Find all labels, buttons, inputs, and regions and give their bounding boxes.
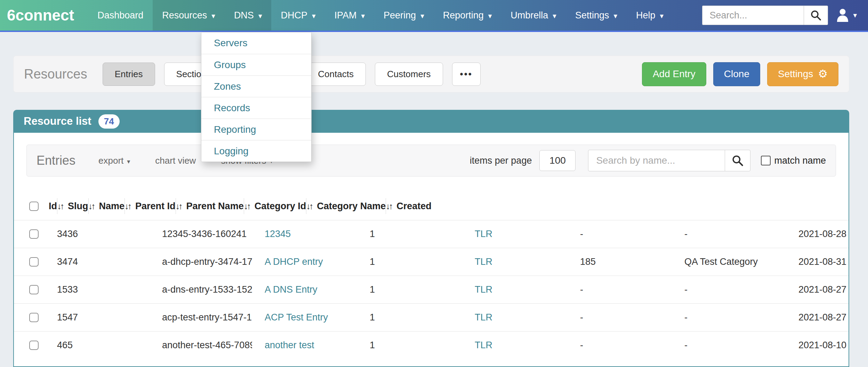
sort-icon[interactable] xyxy=(244,201,250,211)
row-checkbox[interactable] xyxy=(29,285,39,294)
sort-icon[interactable] xyxy=(57,201,63,211)
column-header[interactable]: Parent Id xyxy=(124,192,176,220)
parent-name-link[interactable]: TLR xyxy=(475,340,492,351)
row-select-cell xyxy=(14,248,49,276)
match-name-control: match name xyxy=(761,155,826,166)
cell-slug: acp-test-entry-1547-1... xyxy=(150,304,252,331)
cell-category-name: - xyxy=(672,332,786,359)
cell-name: ACP Test Entry xyxy=(252,304,357,331)
nav-item-label: Peering xyxy=(384,10,416,21)
nav-item[interactable]: Umbrella xyxy=(501,0,566,31)
nav-item[interactable]: DHCP xyxy=(271,0,325,31)
parent-name-link[interactable]: TLR xyxy=(475,256,492,267)
entry-name-link[interactable]: another test xyxy=(265,340,314,351)
dns-menu-item[interactable]: Records xyxy=(201,97,311,119)
row-checkbox[interactable] xyxy=(29,313,39,322)
nav-item[interactable]: IPAM xyxy=(325,0,375,31)
match-name-checkbox[interactable] xyxy=(761,156,771,165)
entries-toolbar: Entries export chart view show filters +… xyxy=(26,145,836,177)
panel-title: Resource list xyxy=(24,115,91,128)
entry-name-link[interactable]: A DHCP entry xyxy=(265,256,323,267)
column-header[interactable]: Parent Name xyxy=(176,192,244,220)
sort-icon[interactable] xyxy=(176,201,182,211)
column-header[interactable]: Name xyxy=(88,192,125,220)
nav-item[interactable]: DNS xyxy=(225,0,272,31)
resources-tab[interactable]: Contacts xyxy=(306,63,366,86)
sort-icon[interactable] xyxy=(386,201,392,211)
cell-category-id: - xyxy=(568,304,672,331)
nav-item[interactable]: Dashboard xyxy=(88,0,153,31)
parent-name-link[interactable]: TLR xyxy=(475,229,492,239)
resources-tab[interactable]: Entries xyxy=(103,63,155,86)
dns-menu-item[interactable]: Logging xyxy=(201,140,311,162)
table-row: 3474 a-dhcp-entry-3474-17... A DHCP entr… xyxy=(14,248,849,276)
dns-menu-item[interactable]: Servers xyxy=(201,32,311,54)
user-icon xyxy=(836,8,849,22)
column-header-label: Id xyxy=(49,201,57,212)
dns-menu-item-label: Groups xyxy=(214,59,246,71)
resources-tab-label: Customers xyxy=(387,69,431,79)
sort-icon[interactable] xyxy=(88,201,94,211)
row-select-cell xyxy=(14,332,49,359)
nav-item[interactable]: Settings xyxy=(566,0,627,31)
table-row: 465 another-test-465-70893 another test … xyxy=(14,331,849,359)
dns-menu-item[interactable]: Zones xyxy=(201,75,311,97)
nav-menu: Dashboard Resources DNS DHCP xyxy=(88,0,673,31)
nav-item[interactable]: Help xyxy=(627,0,673,31)
cell-parent-id: 1 xyxy=(357,332,462,359)
search-icon xyxy=(810,9,822,21)
more-tabs-button[interactable]: ••• xyxy=(452,63,481,86)
cell-slug: a-dns-entry-1533-152... xyxy=(150,276,252,303)
action-button[interactable]: Clone xyxy=(713,62,760,86)
chart-view-link[interactable]: chart view xyxy=(155,155,196,166)
action-buttons: Add Entry Clone Settings xyxy=(642,62,838,86)
cell-name: 12345 xyxy=(252,220,357,248)
row-select-cell xyxy=(14,220,49,248)
parent-name-link[interactable]: TLR xyxy=(475,284,492,295)
nav-item-label: Reporting xyxy=(443,10,484,21)
sort-icon[interactable] xyxy=(306,201,312,211)
column-header[interactable]: Category Name xyxy=(306,192,386,220)
user-menu[interactable] xyxy=(836,8,857,22)
table-body: 3436 12345-3436-160241 12345 1 TLR - - 2… xyxy=(14,220,849,359)
row-checkbox[interactable] xyxy=(29,341,39,350)
column-header[interactable]: Created xyxy=(386,192,432,220)
action-button[interactable]: Settings xyxy=(767,62,838,86)
entry-name-link[interactable]: ACP Test Entry xyxy=(265,312,328,323)
sort-icon[interactable] xyxy=(124,201,130,211)
resources-tab[interactable]: Customers xyxy=(375,63,443,86)
nav-item[interactable]: Resources xyxy=(153,0,225,31)
dns-menu-item[interactable]: Groups xyxy=(201,54,311,75)
items-per-page-input[interactable] xyxy=(539,150,576,171)
nav-item[interactable]: Peering xyxy=(374,0,434,31)
cell-category-name: - xyxy=(672,220,786,248)
cell-parent-id: 1 xyxy=(357,276,462,303)
entry-name-link[interactable]: A DNS Entry xyxy=(265,284,318,295)
cell-id: 1533 xyxy=(49,276,150,303)
cell-category-name: - xyxy=(672,276,786,303)
cell-category-id: 185 xyxy=(568,248,672,276)
column-header-label: Category Name xyxy=(317,201,386,212)
entries-table: Id Slug Name xyxy=(14,192,849,359)
export-dropdown[interactable]: export xyxy=(98,155,130,166)
gear-icon xyxy=(818,68,828,80)
global-search-input[interactable] xyxy=(702,6,804,25)
cell-id: 3436 xyxy=(49,220,150,248)
entry-name-link[interactable]: 12345 xyxy=(265,229,291,239)
dns-menu-item[interactable]: Reporting xyxy=(201,119,311,140)
row-checkbox[interactable] xyxy=(29,257,39,267)
select-all-checkbox[interactable] xyxy=(29,202,39,211)
parent-name-link[interactable]: TLR xyxy=(475,312,492,323)
table-row: 3436 12345-3436-160241 12345 1 TLR - - 2… xyxy=(14,220,849,248)
table-search-input[interactable] xyxy=(588,150,725,171)
column-header[interactable]: Category Id xyxy=(244,192,306,220)
dns-dropdown-menu: Servers Groups Zones Records Reporting L… xyxy=(201,32,312,162)
row-checkbox[interactable] xyxy=(29,229,39,239)
column-header[interactable]: Slug xyxy=(57,192,88,220)
nav-item[interactable]: Reporting xyxy=(434,0,501,31)
action-button[interactable]: Add Entry xyxy=(642,62,706,86)
chevron-down-icon xyxy=(613,10,617,21)
global-search-button[interactable] xyxy=(804,6,828,25)
brand-logo[interactable]: 6connect xyxy=(0,0,88,31)
table-search-button[interactable] xyxy=(725,150,750,171)
